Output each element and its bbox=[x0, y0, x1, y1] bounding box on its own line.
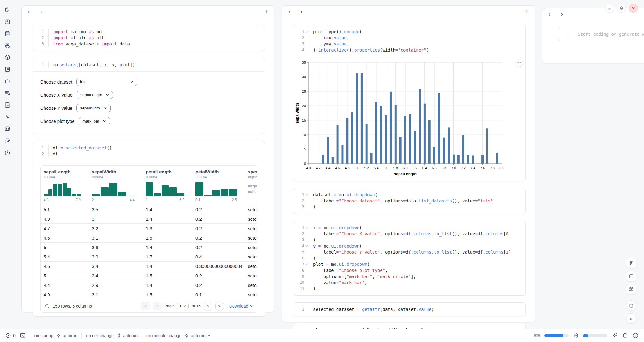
table-row[interactable]: 4.73.21.30.2setosa bbox=[41, 223, 257, 233]
runtime-config-item[interactable]: on startup:autorun bbox=[34, 333, 77, 338]
pagination-next-button[interactable]: › bbox=[204, 302, 212, 310]
terminal-button[interactable] bbox=[20, 333, 26, 338]
chat-icon[interactable] bbox=[4, 77, 11, 85]
code-editor-chart[interactable]: 1plot_type().encode(2 x=x.value,3 y=y.va… bbox=[293, 25, 525, 57]
column-histogram[interactable] bbox=[195, 182, 237, 196]
code-editor-xyplot[interactable]: 1x = mo.ui.dropdown(2 label="Choose X va… bbox=[293, 221, 525, 295]
pagination-last-button[interactable]: » bbox=[215, 302, 224, 310]
table-row[interactable]: 4.93.11.50.1setosa bbox=[41, 290, 257, 299]
table-row[interactable]: 5.13.51.40.2setosa bbox=[41, 205, 257, 214]
snippets-icon[interactable] bbox=[4, 125, 11, 132]
column-prev-icon[interactable]: ‹ bbox=[288, 9, 300, 15]
cell-imports[interactable]: 1import marimo as mo2import altair as al… bbox=[33, 25, 265, 51]
help-icon[interactable] bbox=[4, 149, 11, 156]
run-all-icon[interactable]: ▶ bbox=[626, 313, 636, 324]
memory-icon bbox=[534, 333, 540, 339]
cell-empty-scratch[interactable]: 1Start coding or generate with AI bbox=[558, 27, 644, 41]
column-histogram[interactable] bbox=[44, 182, 81, 196]
layout-panel-icon[interactable] bbox=[626, 271, 636, 281]
add-cell-icon[interactable]: + bbox=[525, 8, 529, 16]
dropdown-select[interactable]: sepalLength bbox=[77, 91, 113, 99]
column-histogram[interactable] bbox=[146, 182, 184, 196]
column-header[interactable]: speciesobjectuniquenulls: bbox=[245, 169, 257, 202]
pagination-prev-button[interactable]: ‹ bbox=[153, 302, 161, 310]
chevron-down-icon bbox=[184, 305, 186, 307]
window-controls: ≡ ⚙ ✕ bbox=[605, 4, 638, 13]
table-row[interactable]: 4.63.11.50.2setosa bbox=[41, 233, 257, 242]
download-button[interactable]: Download bbox=[229, 304, 253, 308]
functions-icon[interactable] bbox=[4, 18, 11, 25]
cell-selected-dataset[interactable]: 1selected_dataset = getattr(data, datase… bbox=[293, 302, 526, 316]
svg-text:0: 0 bbox=[304, 162, 306, 166]
column-next-icon[interactable]: › bbox=[40, 9, 52, 15]
page-select[interactable]: 1 bbox=[177, 303, 189, 309]
code-editor-dataset[interactable]: 1dataset = mo.ui.dropdown(2 label="Choos… bbox=[293, 188, 525, 214]
connection-status-icon[interactable] bbox=[632, 333, 639, 339]
column-header[interactable]: sepalWidthfloat6424.4 bbox=[89, 169, 143, 202]
chart-actions-icon[interactable]: ••• bbox=[515, 59, 523, 67]
runtime-config-item[interactable]: on cell change:autorun bbox=[86, 333, 138, 338]
svg-text:6.2: 6.2 bbox=[413, 166, 417, 170]
svg-text:5.0: 5.0 bbox=[355, 166, 359, 170]
cell-xy-plot-dropdowns[interactable]: 1x = mo.ui.dropdown(2 label="Choose X va… bbox=[293, 221, 526, 296]
table-row[interactable]: 53.61.40.2setosa bbox=[41, 242, 257, 252]
svg-text:6.0: 6.0 bbox=[403, 166, 407, 170]
table-search-icon[interactable] bbox=[45, 304, 50, 308]
column-prev-icon[interactable]: ‹ bbox=[549, 11, 561, 18]
column-prev-icon[interactable]: ‹ bbox=[28, 9, 40, 15]
svg-text:10: 10 bbox=[302, 133, 306, 137]
packages-icon[interactable] bbox=[4, 54, 11, 61]
close-icon[interactable]: ✕ bbox=[629, 4, 638, 13]
runtime-config-item[interactable]: on module change:autorun bbox=[146, 333, 211, 338]
code-editor-dataframe[interactable]: 1df = selected_dataset()2df bbox=[33, 141, 265, 161]
dropdown-select[interactable]: sepalWidth bbox=[76, 104, 110, 112]
column-next-icon[interactable]: › bbox=[300, 9, 313, 15]
table-row[interactable]: 4.42.91.40.2setosa bbox=[41, 280, 257, 290]
code-editor-vstack[interactable]: 1mo.vstack([dataset, x, y, plot]) bbox=[33, 58, 265, 71]
column-header[interactable]: petalLengthfloat6416.9 bbox=[143, 169, 192, 202]
code-editor-empty[interactable]: 1Start coding or generate with AI bbox=[558, 27, 644, 41]
dropdown-label: Choose plot type bbox=[40, 119, 75, 124]
ai-sparkles-icon[interactable] bbox=[612, 333, 618, 339]
column-next-icon[interactable]: › bbox=[561, 11, 573, 18]
document-icon[interactable] bbox=[4, 101, 11, 109]
save-icon[interactable] bbox=[626, 258, 636, 268]
cell-chart[interactable]: 1plot_type().encode(2 x=x.value,3 y=y.va… bbox=[293, 25, 526, 181]
keyboard-shortcuts-icon[interactable]: ⌘ bbox=[626, 284, 636, 294]
chevron-down-icon bbox=[103, 120, 106, 122]
errors-indicator[interactable]: 0 bbox=[5, 333, 16, 338]
tracing-icon[interactable] bbox=[4, 113, 11, 120]
chevron-down-icon bbox=[250, 305, 253, 307]
dropdown-select[interactable]: iris bbox=[76, 78, 137, 86]
column-header[interactable]: petalWidthfloat640.12.5 bbox=[192, 169, 245, 202]
table-row[interactable]: 5.43.91.70.4setosa bbox=[41, 252, 257, 261]
page-count-label: of 15 bbox=[192, 304, 201, 308]
documentation-icon[interactable] bbox=[4, 66, 11, 73]
table-row[interactable]: 4.63.41.40.30000000000000004setosa bbox=[41, 261, 257, 271]
control-row: Choose datasetiris bbox=[40, 78, 257, 86]
kernel-robot-icon[interactable] bbox=[622, 333, 628, 339]
cell-dataset-dropdown[interactable]: 1dataset = mo.ui.dropdown(2 label="Choos… bbox=[293, 188, 526, 214]
terminal-icon bbox=[20, 333, 26, 338]
code-editor-imports[interactable]: 1import marimo as mo2import altair as al… bbox=[33, 25, 265, 51]
file-explorer-icon[interactable] bbox=[4, 6, 11, 13]
cell-dataframe[interactable]: 1df = selected_dataset()2df sepalLengthf… bbox=[33, 141, 265, 317]
dependency-graph-icon[interactable] bbox=[4, 42, 11, 49]
cell-vstack[interactable]: 1mo.vstack([dataset, x, y, plot]) Choose… bbox=[33, 58, 265, 134]
bar-chart[interactable]: 4.04.24.44.64.85.05.25.45.65.86.06.26.46… bbox=[295, 59, 507, 179]
code-editor-selected-dataset[interactable]: 1selected_dataset = getattr(data, datase… bbox=[293, 303, 525, 316]
scratchpad-icon[interactable] bbox=[4, 137, 11, 144]
menu-icon[interactable]: ≡ bbox=[605, 4, 614, 13]
dropdown-select[interactable]: mark_bar bbox=[79, 117, 110, 125]
data-sources-icon[interactable] bbox=[4, 30, 11, 37]
add-cell-icon[interactable]: + bbox=[264, 8, 268, 16]
stop-icon[interactable] bbox=[626, 300, 636, 311]
column-header[interactable]: sepalLengthfloat644.37.9 bbox=[41, 169, 89, 202]
table-row[interactable]: 53.41.50.2setosa bbox=[41, 271, 257, 280]
chevron-down-icon bbox=[130, 81, 133, 83]
table-row[interactable]: 4.931.40.2setosa bbox=[41, 214, 257, 223]
column-histogram[interactable] bbox=[92, 182, 135, 196]
settings-gear-icon[interactable]: ⚙ bbox=[617, 4, 626, 13]
pagination-first-button[interactable]: « bbox=[141, 302, 150, 310]
logs-icon[interactable] bbox=[4, 89, 11, 97]
